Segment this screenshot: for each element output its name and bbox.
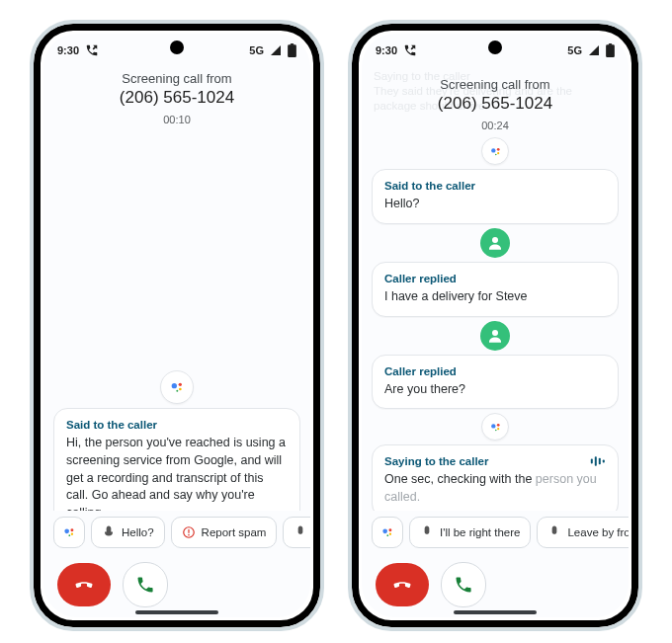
svg-point-8	[71, 533, 73, 535]
suggestion-row: I'll be right there Leave by front door	[362, 511, 629, 554]
svg-point-6	[64, 529, 69, 534]
camera-cutout	[488, 40, 502, 54]
call-routing-icon	[85, 43, 99, 57]
transcript-feed: Said to the caller Hi, the person you've…	[43, 129, 310, 511]
svg-rect-14	[609, 43, 613, 45]
home-indicator	[454, 610, 537, 614]
assistant-chip-icon[interactable]	[53, 517, 85, 548]
svg-point-4	[179, 388, 182, 391]
svg-rect-0	[288, 44, 296, 57]
signal-icon	[588, 44, 600, 56]
battery-icon	[606, 43, 615, 57]
chip-report-spam-label: Report spam	[202, 526, 267, 538]
svg-point-22	[496, 424, 499, 427]
svg-point-7	[70, 528, 73, 531]
svg-point-29	[382, 529, 387, 534]
card-body: Are you there?	[384, 381, 606, 399]
said-to-caller-card: Said to the caller Hi, the person you've…	[53, 408, 300, 511]
screening-label: Screening call from	[372, 77, 619, 92]
svg-rect-26	[595, 456, 597, 466]
svg-point-12	[188, 534, 190, 536]
svg-point-23	[497, 428, 499, 430]
caller-avatar	[480, 228, 510, 258]
svg-rect-11	[188, 529, 189, 533]
svg-point-20	[492, 330, 498, 336]
caller-replied-card: Caller replied Are you there?	[372, 355, 619, 410]
call-timer: 00:24	[372, 120, 619, 131]
call-timer: 00:10	[53, 114, 300, 125]
answer-call-button[interactable]	[441, 562, 486, 607]
chip-leave-by-door-label: Leave by front door	[567, 526, 629, 538]
battery-icon	[288, 43, 296, 57]
card-body: Hi, the person you've reached is using a…	[66, 435, 288, 511]
chip-hello-label: Hello?	[122, 526, 154, 538]
end-call-button[interactable]	[376, 563, 429, 606]
card-title: Caller replied	[384, 273, 457, 284]
transcript-feed: Said to the caller Hello? Caller replied…	[362, 135, 629, 511]
svg-point-19	[492, 237, 498, 243]
svg-rect-13	[606, 44, 615, 57]
svg-point-17	[497, 152, 499, 154]
card-body: One sec, checking with the person you ca…	[384, 471, 606, 507]
svg-point-5	[176, 390, 178, 392]
assistant-avatar	[481, 413, 509, 441]
status-time: 9:30	[376, 44, 397, 56]
svg-point-31	[389, 533, 391, 535]
caller-avatar	[480, 321, 510, 351]
svg-point-32	[386, 534, 388, 536]
status-network: 5G	[567, 44, 582, 56]
svg-point-30	[388, 528, 391, 531]
status-network: 5G	[249, 44, 264, 56]
speaking-waveform-icon	[590, 455, 606, 467]
phone-left: 9:30 5G Screening call from	[30, 20, 324, 631]
caller-number: (206) 565-1024	[372, 94, 619, 114]
answer-call-button[interactable]	[123, 562, 168, 607]
call-routing-icon	[403, 43, 417, 57]
card-title: Caller replied	[384, 365, 457, 377]
caller-replied-card: Caller replied I have a delivery for Ste…	[372, 262, 619, 317]
assistant-chip-icon[interactable]	[372, 517, 403, 548]
svg-rect-28	[603, 460, 605, 463]
chip-leave-by-door[interactable]: Leave by front door	[537, 517, 629, 548]
home-indicator	[135, 610, 218, 614]
status-time: 9:30	[57, 44, 79, 56]
end-call-button[interactable]	[57, 563, 111, 606]
svg-point-21	[491, 424, 495, 428]
card-body: Hello?	[384, 196, 606, 213]
said-to-caller-card: Said to the caller Hello?	[372, 169, 619, 224]
chip-be-right-there[interactable]: I'll be right there	[409, 517, 531, 548]
signal-icon	[270, 44, 282, 56]
assistant-avatar	[160, 370, 194, 404]
phone-right: 9:30 5G Saying to the caller They said t…	[348, 20, 642, 631]
assistant-avatar	[481, 137, 509, 165]
svg-point-3	[179, 383, 182, 386]
camera-cutout	[170, 40, 184, 54]
svg-point-9	[68, 534, 70, 536]
suggestion-row: Hello? Report spam Tell me mo	[43, 511, 310, 554]
saying-to-caller-card: Saying to the caller One sec, checking w…	[372, 444, 619, 511]
svg-point-18	[494, 153, 496, 155]
two-phone-stage: 9:30 5G Screening call from	[0, 0, 672, 643]
chip-hello[interactable]: Hello?	[91, 517, 165, 548]
svg-rect-27	[599, 458, 601, 464]
call-controls	[362, 554, 629, 617]
card-title: Said to the caller	[384, 180, 475, 192]
svg-point-2	[172, 383, 177, 388]
chip-report-spam[interactable]: Report spam	[171, 517, 278, 548]
svg-point-24	[494, 429, 496, 431]
svg-point-15	[491, 148, 495, 152]
svg-rect-25	[591, 459, 593, 464]
card-title: Said to the caller	[66, 419, 288, 431]
card-body: I have a delivery for Steve	[384, 288, 606, 306]
caller-number: (206) 565-1024	[53, 88, 300, 108]
call-controls	[43, 554, 310, 617]
chip-be-right-there-label: I'll be right there	[440, 526, 520, 538]
card-title: Saying to the caller	[384, 455, 488, 467]
chip-tell-me-more[interactable]: Tell me mo	[283, 517, 310, 548]
svg-rect-1	[291, 43, 294, 45]
screening-label: Screening call from	[53, 71, 300, 86]
svg-point-16	[496, 147, 499, 150]
